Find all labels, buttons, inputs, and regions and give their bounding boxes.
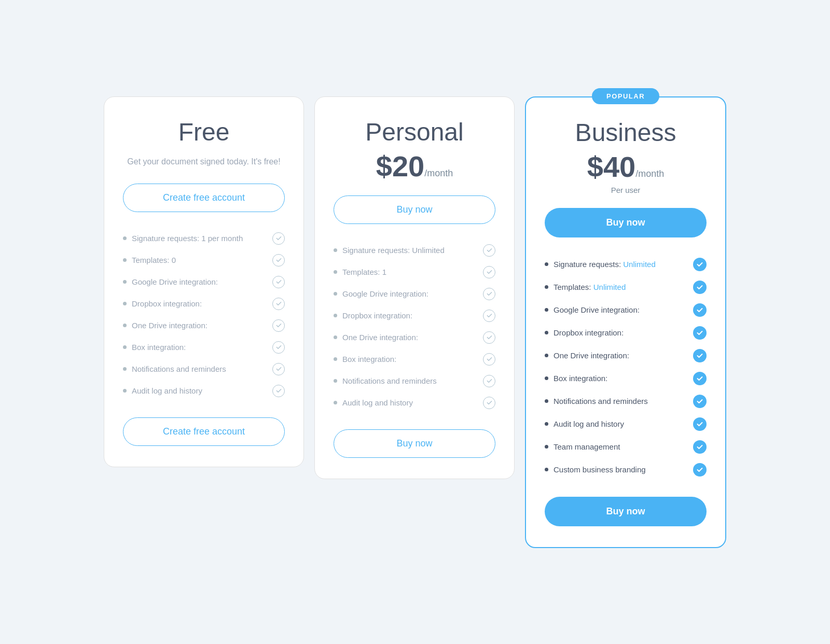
plan-card-free: FreeGet your document signed today. It's…: [104, 96, 304, 467]
bullet-icon: [334, 401, 337, 404]
feature-text: Audit log and history: [132, 386, 267, 395]
cta-top-personal[interactable]: Buy now: [334, 195, 495, 224]
feature-item: Audit log and history: [334, 392, 495, 414]
feature-item: Google Drive integration:: [334, 283, 495, 305]
bullet-icon: [545, 376, 548, 380]
bullet-icon: [545, 285, 548, 289]
bullet-icon: [545, 308, 548, 312]
check-filled-icon: [693, 281, 707, 294]
feature-item: Notifications and reminders: [123, 358, 285, 380]
check-filled-icon: [693, 372, 707, 385]
plan-name-business: Business: [545, 118, 707, 147]
feature-text: Audit log and history: [342, 398, 478, 407]
bullet-icon: [123, 302, 127, 305]
feature-text: Team management: [554, 442, 688, 451]
bullet-icon: [545, 262, 548, 266]
feature-item: Google Drive integration:: [545, 299, 707, 321]
feature-highlight: Unlimited: [593, 283, 626, 291]
feature-item: One Drive integration:: [123, 315, 285, 337]
feature-item: Templates: Unlimited: [545, 276, 707, 299]
bullet-icon: [545, 331, 548, 334]
feature-text: Google Drive integration:: [132, 277, 267, 286]
feature-item: Dropbox integration:: [123, 293, 285, 315]
bullet-icon: [123, 258, 127, 262]
cta-top-free[interactable]: Create free account: [123, 184, 285, 212]
feature-text: Dropbox integration:: [554, 328, 688, 337]
check-filled-icon: [693, 395, 707, 408]
bullet-icon: [334, 314, 337, 317]
feature-text: Dropbox integration:: [342, 311, 478, 320]
feature-item: Dropbox integration:: [545, 321, 707, 344]
cta-bottom-business[interactable]: Buy now: [545, 497, 707, 526]
bullet-icon: [334, 379, 337, 383]
feature-text: One Drive integration:: [554, 351, 688, 360]
bullet-icon: [123, 345, 127, 349]
check-outline-icon: [272, 319, 285, 332]
feature-item: Team management: [545, 436, 707, 458]
feature-text: Notifications and reminders: [132, 365, 267, 373]
check-filled-icon: [693, 440, 707, 454]
feature-item: One Drive integration:: [545, 344, 707, 367]
feature-item: Box integration:: [545, 367, 707, 390]
check-filled-icon: [693, 349, 707, 362]
feature-item: One Drive integration:: [334, 327, 495, 348]
check-outline-icon: [272, 341, 285, 354]
check-outline-icon: [272, 232, 285, 245]
plan-price-row-personal: $20/month: [334, 149, 495, 183]
check-outline-icon: [272, 276, 285, 288]
bullet-icon: [123, 367, 127, 371]
check-filled-icon: [693, 258, 707, 271]
cta-top-business[interactable]: Buy now: [545, 208, 707, 237]
feature-text: Box integration:: [342, 355, 478, 363]
feature-item: Templates: 0: [123, 249, 285, 271]
pricing-container: FreeGet your document signed today. It's…: [104, 96, 726, 548]
plan-card-personal: Personal $20/month Buy now Signature req…: [314, 96, 515, 479]
feature-item: Audit log and history: [123, 380, 285, 402]
check-filled-icon: [693, 326, 707, 340]
feature-text: Templates: 1: [342, 268, 478, 276]
feature-text: Notifications and reminders: [342, 376, 478, 385]
check-outline-icon: [272, 385, 285, 397]
feature-item: Box integration:: [123, 337, 285, 358]
feature-item: Signature requests: Unlimited: [545, 253, 707, 276]
feature-item: Templates: 1: [334, 261, 495, 283]
feature-item: Dropbox integration:: [334, 305, 495, 327]
check-filled-icon: [693, 303, 707, 317]
feature-item: Signature requests: 1 per month: [123, 228, 285, 249]
plan-description-free: Get your document signed today. It's fre…: [123, 156, 285, 168]
check-outline-icon: [272, 298, 285, 310]
plan-card-business: POPULARBusiness $40/month Per userBuy no…: [525, 96, 726, 548]
bullet-icon: [545, 445, 548, 449]
check-filled-icon: [693, 417, 707, 431]
cta-bottom-personal[interactable]: Buy now: [334, 429, 495, 458]
feature-text: Box integration:: [132, 343, 267, 352]
check-outline-icon: [272, 363, 285, 375]
bullet-icon: [334, 270, 337, 274]
cta-bottom-free[interactable]: Create free account: [123, 417, 285, 446]
bullet-icon: [545, 354, 548, 357]
check-outline-icon: [272, 254, 285, 267]
feature-text: Audit log and history: [554, 419, 688, 428]
feature-item: Google Drive integration:: [123, 271, 285, 293]
features-list-business: Signature requests: Unlimited Templates:…: [545, 253, 707, 481]
feature-text: Signature requests: Unlimited: [554, 260, 688, 269]
feature-text: Custom business branding: [554, 465, 688, 474]
feature-text: Signature requests: 1 per month: [132, 234, 267, 243]
check-outline-icon: [483, 331, 495, 344]
feature-item: Box integration:: [334, 348, 495, 370]
feature-text: Google Drive integration:: [554, 305, 688, 314]
features-list-personal: Signature requests: Unlimited Templates:…: [334, 240, 495, 414]
bullet-icon: [334, 248, 337, 252]
feature-text: Box integration:: [554, 374, 688, 383]
feature-text: Templates: 0: [132, 256, 267, 264]
feature-item: Signature requests: Unlimited: [334, 240, 495, 261]
bullet-icon: [334, 335, 337, 339]
feature-text: Templates: Unlimited: [554, 283, 688, 291]
bullet-icon: [545, 468, 548, 471]
feature-text: Dropbox integration:: [132, 299, 267, 308]
plan-name-personal: Personal: [334, 118, 495, 146]
bullet-icon: [123, 389, 127, 393]
plan-price-personal: $20: [376, 150, 424, 183]
feature-item: Custom business branding: [545, 458, 707, 481]
plan-price-business: $40: [587, 150, 635, 183]
